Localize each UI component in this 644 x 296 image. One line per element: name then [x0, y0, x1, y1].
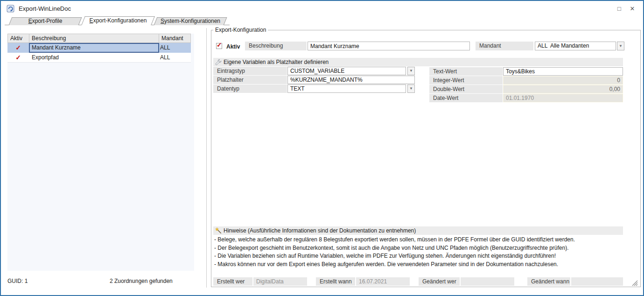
eintragstyp-dropdown[interactable]: CUSTOM_VARIABLE [287, 67, 406, 75]
tab-label: System-Konfigurationen [155, 17, 225, 25]
integer-wert-field: 0 [503, 76, 623, 85]
date-wert-field: 01.01.1970 [503, 94, 623, 102]
tab-export-konfigurationen[interactable]: Export-Konfigurationen [83, 16, 153, 25]
magic-wand-icon [215, 227, 222, 234]
mandant-dropdown-arrow-icon[interactable]: ▼ [617, 42, 624, 50]
eintragstyp-dropdown-arrow-icon[interactable]: ▼ [407, 67, 415, 75]
export-doc-icon [7, 5, 14, 13]
table-row[interactable]: ✓ Exportpfad ALL [7, 53, 191, 63]
erstellt-wer-label: Erstellt wer [213, 277, 252, 286]
aktiv-label: Aktiv [226, 43, 240, 50]
datentyp-label: Datentyp [213, 85, 287, 93]
row-beschreibung: Exportpfad [29, 53, 159, 62]
column-header-aktiv[interactable]: Aktiv [8, 34, 29, 42]
row-mandant: ALL [159, 43, 191, 52]
guid-status: GUID: 1 [7, 278, 28, 284]
variables-section-header: Eigene Variablen als Platzhalter definie… [213, 58, 623, 66]
check-icon: ✓ [217, 41, 222, 49]
tab-system-konfigurationen[interactable]: System-Konfigurationen [155, 17, 225, 25]
variables-section-title: Eigene Variablen als Platzhalter definie… [224, 58, 329, 66]
groupbox-title: Export-Konfiguration [213, 27, 268, 33]
configuration-grid: Aktiv Beschreibung Mandant ✓ Mandant Kur… [7, 34, 191, 63]
datentyp-dropdown[interactable]: TEXT [287, 85, 406, 93]
table-row[interactable]: ✓ Mandant Kurzname ALL [7, 43, 191, 53]
configuration-list-panel: Aktiv Beschreibung Mandant ✓ Mandant Kur… [7, 34, 194, 271]
geaendert-wer-value [461, 277, 514, 286]
platzhalter-input[interactable] [287, 76, 415, 84]
export-winlinedoc-window: Export-WinLineDoc □ ✕ Export-Profile Exp… [0, 0, 644, 296]
double-wert-label: Double-Wert [429, 85, 503, 93]
aktiv-checkbox[interactable]: ✓ [216, 43, 222, 49]
tab-export-profile[interactable]: Export-Profile [10, 17, 80, 25]
tab-label: Export-Profile [10, 17, 80, 25]
mandant-label: Mandant [476, 42, 533, 50]
title-bar: Export-WinLineDoc □ ✕ [1, 1, 643, 16]
column-header-beschreibung[interactable]: Beschreibung [29, 34, 159, 42]
datentyp-dropdown-arrow-icon[interactable]: ▼ [407, 85, 415, 93]
window-title: Export-WinLineDoc [19, 5, 71, 12]
row-mandant: ALL [159, 53, 191, 62]
beschreibung-input[interactable] [308, 42, 470, 50]
row-check-icon: ✓ [7, 43, 29, 52]
result-count-status: 2 Zuordnungen gefunden [110, 278, 173, 284]
row-check-icon: ✓ [7, 53, 29, 62]
text-wert-label: Text-Wert [429, 67, 503, 76]
hint-line: - Der Belegexport geschieht im Benutzerk… [214, 245, 569, 251]
close-button[interactable]: ✕ [627, 5, 637, 13]
maximize-button[interactable]: □ [614, 5, 624, 13]
mandant-dropdown[interactable]: ALL Alle Mandanten [535, 42, 616, 50]
hints-section-header: Hinweise (Ausführliche Informationen sin… [213, 226, 623, 235]
erstellt-wer-value: DigitalData [253, 277, 307, 286]
row-beschreibung: Mandant Kurzname [29, 43, 159, 52]
panel-separator [206, 28, 207, 288]
erstellt-wann-label: Erstellt wann [316, 277, 355, 286]
hint-line: - Die Variablen beziehen sich auf Runtim… [214, 253, 556, 259]
platzhalter-label: Platzhalter [213, 76, 287, 84]
column-header-mandant[interactable]: Mandant [159, 34, 190, 42]
tab-label: Export-Konfigurationen [83, 16, 153, 25]
integer-wert-label: Integer-Wert [429, 76, 503, 85]
wrench-icon [215, 59, 222, 65]
geaendert-wer-label: Geändert wer [419, 277, 460, 286]
hint-line: - Belege, welche außerhalb der regulären… [214, 236, 575, 243]
hint-line: - Makros können nur vor dem Export eines… [214, 261, 558, 268]
resize-grip[interactable] [630, 279, 638, 286]
beschreibung-label: Beschreibung [245, 42, 307, 50]
hints-section-title: Hinweise (Ausführliche Informationen sin… [224, 226, 416, 235]
geaendert-wann-label: Geändert wann [527, 277, 570, 286]
geaendert-wann-value [571, 277, 623, 286]
grid-header-row: Aktiv Beschreibung Mandant [7, 34, 191, 43]
date-wert-label: Date-Wert [429, 94, 503, 102]
double-wert-field: 0,00 [503, 85, 623, 93]
text-wert-input[interactable] [503, 67, 623, 76]
erstellt-wann-value: 16.07.2021 [356, 277, 410, 286]
eintragstyp-label: Eintragstyp [213, 67, 287, 75]
